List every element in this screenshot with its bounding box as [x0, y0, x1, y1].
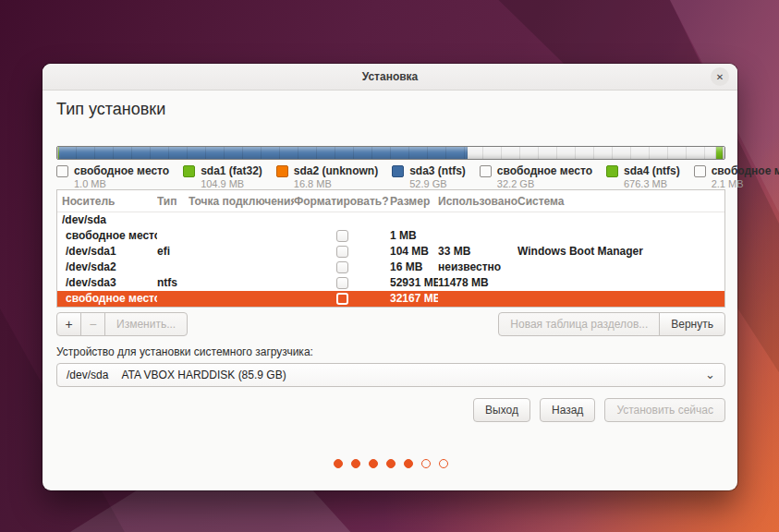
- installer-window: Установка ✕ Тип установки свободное мест…: [43, 64, 737, 490]
- legend-swatch-free: [56, 165, 68, 177]
- progress-dot: [404, 459, 413, 468]
- change-partition-button[interactable]: Изменить...: [104, 312, 188, 336]
- progress-dot: [439, 459, 448, 468]
- cell-device: /dev/sda3: [62, 275, 157, 291]
- legend-item: sda2 (unknown) 16.8 MB: [276, 164, 378, 189]
- legend-item: sda1 (fat32) 104.9 MB: [183, 164, 262, 189]
- progress-dot: [369, 459, 378, 468]
- legend-item: свободное место 2.1 MB: [694, 164, 779, 189]
- dropdown-device: /dev/sda: [67, 369, 108, 381]
- legend-label: sda1 (fat32): [201, 164, 262, 177]
- legend-size: 676.3 MB: [624, 178, 680, 189]
- legend-swatch-sda1: [183, 165, 195, 177]
- bootloader-device-dropdown[interactable]: /dev/sda ATA VBOX HARDDISK (85.9 GB) ⌄: [56, 363, 725, 387]
- revert-button[interactable]: Вернуть: [659, 312, 725, 336]
- cell-used: 11478 MB: [438, 275, 517, 291]
- partition-actions: + − Изменить... Новая таблица разделов..…: [56, 312, 725, 336]
- back-button[interactable]: Назад: [540, 398, 595, 422]
- legend-label: sda3 (ntfs): [409, 164, 466, 177]
- table-button-group: Новая таблица разделов... Вернуть: [498, 312, 725, 336]
- format-checkbox[interactable]: [336, 246, 348, 258]
- partition-bar: [56, 146, 725, 160]
- cell-size: 32167 MB: [390, 291, 438, 307]
- column-header-type[interactable]: Тип: [157, 195, 189, 208]
- cell-used: неизвестно: [438, 260, 517, 275]
- add-partition-button[interactable]: +: [56, 312, 81, 336]
- progress-dot: [351, 459, 360, 468]
- column-header-system[interactable]: Система: [517, 195, 724, 208]
- legend-swatch-free: [694, 165, 706, 177]
- legend-size: 52.9 GB: [409, 178, 466, 189]
- legend-size: 1.0 MB: [74, 178, 169, 189]
- legend-swatch-sda4: [606, 165, 618, 177]
- format-checkbox[interactable]: [336, 293, 348, 305]
- progress-dot: [334, 459, 343, 468]
- cell-device: /dev/sda: [62, 212, 157, 228]
- partition-legend: свободное место 1.0 MB sda1 (fat32) 104.…: [56, 164, 725, 189]
- legend-size: 2.1 MB: [712, 178, 779, 189]
- cell-device: /dev/sda2: [62, 260, 157, 275]
- table-row-sda1[interactable]: /dev/sda1 efi 104 MB 33 MB Windows Boot …: [57, 244, 724, 260]
- close-icon[interactable]: ✕: [711, 67, 729, 86]
- column-header-format[interactable]: Форматировать?: [294, 195, 390, 208]
- cell-type: efi: [157, 244, 189, 260]
- cell-device: свободное место: [62, 291, 157, 307]
- progress-dots: [56, 459, 725, 468]
- page-title: Тип установки: [56, 99, 725, 119]
- cell-device: /dev/sda1: [62, 244, 157, 260]
- legend-item: свободное место 32.2 GB: [480, 164, 592, 189]
- progress-dot: [386, 459, 396, 468]
- column-header-device[interactable]: Носитель: [62, 195, 157, 208]
- dropdown-description: ATA VBOX HARDDISK (85.9 GB): [121, 369, 286, 381]
- format-checkbox[interactable]: [336, 261, 348, 273]
- navigation-buttons: Выход Назад Установить сейчас: [56, 398, 725, 422]
- cell-device: свободное место: [62, 228, 157, 244]
- column-header-used[interactable]: Использовано: [438, 195, 517, 208]
- format-checkbox[interactable]: [336, 277, 348, 289]
- legend-size: 32.2 GB: [497, 178, 592, 189]
- quit-button[interactable]: Выход: [473, 398, 530, 422]
- window-content: Тип установки свободное место 1.0 MB sda…: [43, 99, 737, 468]
- legend-swatch-free: [480, 165, 492, 177]
- window-title: Установка: [362, 70, 419, 83]
- legend-size: 16.8 MB: [294, 178, 378, 189]
- table-row-sda3[interactable]: /dev/sda3 ntfs 52931 MB 11478 MB: [57, 275, 724, 291]
- legend-item: sda4 (ntfs) 676.3 MB: [606, 164, 680, 189]
- titlebar[interactable]: Установка ✕: [43, 64, 737, 91]
- column-header-mountpoint[interactable]: Точка подключения: [189, 195, 294, 208]
- cell-system: Windows Boot Manager: [517, 244, 724, 260]
- legend-label: свободное место: [497, 164, 592, 177]
- legend-item: свободное место 1.0 MB: [56, 164, 169, 189]
- legend-label: sda4 (ntfs): [624, 164, 680, 177]
- install-now-button[interactable]: Установить сейчас: [604, 398, 725, 422]
- remove-partition-button[interactable]: −: [80, 312, 105, 336]
- legend-swatch-sda3: [392, 165, 404, 177]
- legend-item: sda3 (ntfs) 52.9 GB: [392, 164, 466, 189]
- partition-bar-grid: [57, 147, 724, 159]
- cell-type: ntfs: [157, 275, 189, 291]
- edit-button-group: + − Изменить...: [56, 312, 188, 336]
- cell-size: 16 MB: [390, 260, 438, 275]
- chevron-down-icon: ⌄: [705, 370, 715, 380]
- partition-table: Носитель Тип Точка подключения Форматиро…: [56, 189, 725, 308]
- new-partition-table-button[interactable]: Новая таблица разделов...: [498, 312, 660, 336]
- column-header-size[interactable]: Размер: [390, 195, 438, 208]
- legend-size: 104.9 MB: [201, 178, 262, 189]
- progress-dot: [421, 459, 431, 468]
- bootloader-label: Устройство для установки системного загр…: [56, 345, 725, 358]
- legend-label: свободное место: [712, 164, 779, 177]
- cell-used: 33 MB: [438, 244, 517, 260]
- cell-size: 104 MB: [390, 244, 438, 260]
- table-row-free-1[interactable]: свободное место 1 MB: [57, 228, 724, 244]
- table-header-row: Носитель Тип Точка подключения Форматиро…: [57, 190, 724, 212]
- cell-size: 52931 MB: [390, 275, 438, 291]
- legend-label: sda2 (unknown): [294, 164, 378, 177]
- legend-swatch-sda2: [276, 165, 288, 177]
- table-row-sda[interactable]: /dev/sda: [57, 212, 724, 228]
- format-checkbox[interactable]: [336, 230, 348, 242]
- cell-size: 1 MB: [390, 228, 438, 244]
- table-row-free-2-selected[interactable]: свободное место 32167 MB: [57, 291, 724, 307]
- legend-label: свободное место: [74, 164, 169, 177]
- table-row-sda2[interactable]: /dev/sda2 16 MB неизвестно: [57, 260, 724, 275]
